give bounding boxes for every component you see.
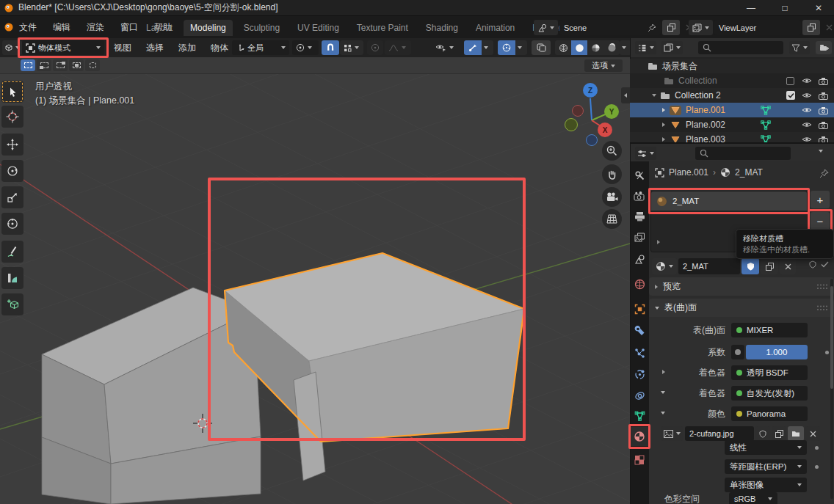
menu-render[interactable]: 渲染 <box>87 21 104 34</box>
tab-world[interactable] <box>630 274 649 293</box>
tab-view-layer[interactable] <box>630 227 649 246</box>
shader2-node-button[interactable]: 自发光(发射) <box>731 386 808 401</box>
select-mode-extend-button[interactable] <box>37 59 51 71</box>
tool-transform[interactable] <box>1 213 23 235</box>
add-material-slot-button[interactable]: + <box>811 191 830 208</box>
visibility-dropdown[interactable] <box>432 40 461 55</box>
viewlayer-name-field[interactable]: ViewLayer <box>714 20 801 35</box>
shader1-node-button[interactable]: 透明 BSDF <box>731 365 808 380</box>
outliner-row-plane-002[interactable]: Plane.002 <box>630 117 834 132</box>
tab-material[interactable] <box>630 427 649 446</box>
tab-output[interactable] <box>630 207 649 226</box>
gizmos-toggle[interactable] <box>464 40 482 55</box>
properties-editor-dropdown[interactable] <box>635 147 656 160</box>
collapse-icon[interactable] <box>661 391 665 394</box>
shading-material-button[interactable] <box>587 40 603 55</box>
hide-eye-icon[interactable] <box>802 92 812 99</box>
fake-user-button[interactable] <box>741 258 759 274</box>
tab-layout[interactable]: Layout <box>139 20 179 36</box>
proportional-falloff-dropdown[interactable] <box>385 40 411 55</box>
outliner-editor-dropdown[interactable] <box>635 41 656 54</box>
properties-options-dropdown[interactable] <box>819 150 823 153</box>
hide-eye-icon[interactable] <box>802 77 812 84</box>
projection-dropdown[interactable]: 等距圆柱(ERP) <box>725 459 807 474</box>
outliner-row-plane-001[interactable]: Plane.001 <box>630 103 834 117</box>
tool-select-box[interactable] <box>1 81 23 103</box>
editor-type-dropdown[interactable] <box>2 40 22 55</box>
outliner-filter-dropdown[interactable] <box>789 41 810 54</box>
overlays-dropdown[interactable] <box>515 40 527 55</box>
outliner-row-collection[interactable]: Collection <box>630 73 834 88</box>
viewport-ortho-button[interactable] <box>602 209 622 229</box>
outliner-row-scene-collection[interactable]: 场景集合 <box>630 59 834 73</box>
tool-cursor[interactable] <box>1 106 23 128</box>
hide-eye-icon[interactable] <box>802 106 812 114</box>
mode-dropdown[interactable]: 物体模式 <box>22 40 104 55</box>
fac-socket-button[interactable] <box>731 345 744 359</box>
disable-render-camera-icon[interactable] <box>819 121 828 129</box>
properties-scrollbar[interactable] <box>830 279 833 499</box>
material-browse-dropdown[interactable] <box>652 258 677 274</box>
tab-particles[interactable] <box>630 343 649 362</box>
gizmo-neg-x[interactable] <box>565 119 578 131</box>
shading-rendered-button[interactable] <box>603 40 620 55</box>
list-filter-expand-icon[interactable] <box>657 240 660 244</box>
snap-toggle[interactable] <box>322 40 339 55</box>
image-copy-button[interactable] <box>772 426 786 441</box>
gizmo-neg-y[interactable] <box>573 106 584 117</box>
navigation-gizmo[interactable]: Z Y X <box>559 81 627 148</box>
colorspace-dropdown[interactable]: sRGB <box>729 492 777 504</box>
pin-icon[interactable] <box>648 23 656 32</box>
select-mode-intersect-button[interactable] <box>85 59 100 71</box>
surface-node-button[interactable]: MIXER <box>731 323 808 337</box>
fac-slider[interactable]: 1.000 <box>746 345 808 359</box>
material-name-field[interactable]: 2_MAT <box>678 258 740 274</box>
tab-modeling[interactable]: Modeling <box>184 20 233 36</box>
overlays-toggle[interactable] <box>498 40 515 55</box>
xray-toggle[interactable] <box>532 40 551 55</box>
scene-browse-dropdown[interactable] <box>534 20 558 35</box>
tab-object-data[interactable] <box>630 406 649 426</box>
menu-add[interactable]: 添加 <box>178 42 196 54</box>
expand-icon[interactable] <box>662 137 665 142</box>
tool-scale[interactable] <box>1 186 23 208</box>
interpolation-dropdown[interactable]: 线性 <box>725 440 807 455</box>
close-button[interactable]: ✕ <box>805 0 833 16</box>
tab-animation[interactable]: Animation <box>469 20 521 36</box>
panel-preview-header[interactable]: 预览 <box>649 277 834 296</box>
outliner-row-collection-2[interactable]: Collection 2 <box>630 88 834 103</box>
viewport-pan-button[interactable] <box>602 164 622 184</box>
menu-object[interactable]: 物体 <box>211 42 228 54</box>
remove-material-slot-button[interactable]: − <box>811 212 830 230</box>
link-check-mini-icon[interactable] <box>821 261 829 268</box>
link-shield-mini-icon[interactable] <box>809 260 816 269</box>
image-fake-user-button[interactable] <box>755 426 770 441</box>
menu-file[interactable]: 文件 <box>19 21 37 34</box>
sidebar-collapse-handle[interactable] <box>621 87 630 103</box>
tab-render[interactable] <box>630 186 649 205</box>
select-mode-set-button[interactable] <box>21 59 35 71</box>
source-dropdown[interactable]: 单张图像 <box>725 478 807 492</box>
disable-render-camera-icon[interactable] <box>819 106 828 114</box>
breadcrumb-object[interactable]: Plane.001 <box>669 167 708 178</box>
properties-search-input[interactable] <box>695 147 791 160</box>
expand-icon[interactable] <box>662 123 665 127</box>
image-browse-dropdown[interactable] <box>661 426 683 441</box>
disable-render-camera-icon[interactable] <box>819 77 828 85</box>
color-node-button[interactable]: Panorama <box>731 406 808 421</box>
tool-measure[interactable] <box>1 267 23 289</box>
pin-id-icon[interactable] <box>819 169 829 178</box>
tab-modifiers[interactable] <box>630 321 649 340</box>
viewport-zoom-button[interactable] <box>602 141 622 161</box>
blender-menu-icon[interactable] <box>4 22 14 32</box>
tab-tool[interactable] <box>630 166 649 185</box>
scrollbar-thumb[interactable] <box>830 286 833 389</box>
new-collection-button[interactable] <box>816 41 832 54</box>
tool-rotate[interactable] <box>1 160 23 182</box>
tab-scene[interactable] <box>630 249 649 269</box>
tab-sculpting[interactable]: Sculpting <box>237 20 286 36</box>
material-slot-row[interactable]: 2_MAT <box>651 191 807 211</box>
expand-icon[interactable] <box>662 370 665 374</box>
expand-icon[interactable] <box>662 108 665 112</box>
menu-view[interactable]: 视图 <box>114 42 131 54</box>
